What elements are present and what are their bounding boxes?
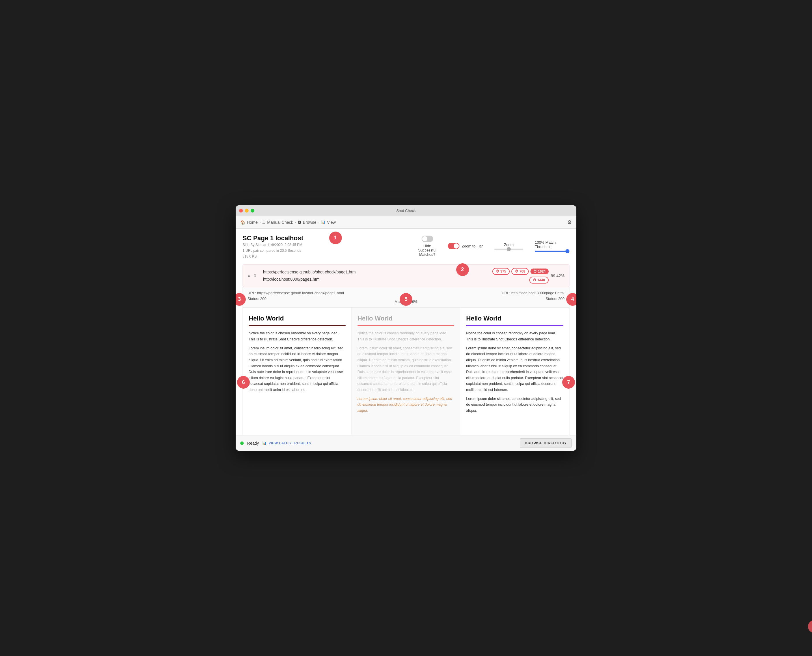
url-index: 0 — [254, 274, 260, 278]
view-latest-button[interactable]: 📊 VIEW LATEST RESULTS — [262, 441, 311, 445]
right-heading: Hello World — [466, 315, 563, 322]
url-collapse-toggle[interactable]: ∧ — [247, 274, 251, 278]
compare-left-url: URL: https://perfectsense.github.io/shot… — [247, 291, 344, 295]
breadcrumb-view[interactable]: 📊 View — [321, 220, 336, 224]
breadcrumb: 🏠 Home › ☰ Manual Check › 🖼 Browse › 📊 V… — [236, 216, 576, 229]
annotation-4: 4 — [566, 293, 576, 306]
manual-check-link[interactable]: Manual Check — [267, 220, 293, 224]
left-notice: Notice the color is chosen randomly on e… — [249, 330, 346, 342]
page-title: SC Page 1 localhost — [243, 234, 303, 242]
settings-button[interactable]: ⚙ — [567, 219, 572, 226]
breadcrumb-browse[interactable]: 🖼 Browse — [298, 220, 317, 224]
left-heading: Hello World — [249, 315, 346, 322]
minimize-button[interactable] — [245, 209, 249, 212]
breadcrumb-home[interactable]: 🏠 Home — [240, 220, 258, 224]
home-icon: 🏠 — [240, 220, 245, 224]
sep2: › — [295, 220, 296, 224]
compare-col-left: 6 Hello World Notice the color is chosen… — [243, 308, 352, 435]
compare-images: 6 Hello World Notice the color is chosen… — [243, 308, 569, 435]
mid-body: Notice the color is chosen randomly on e… — [357, 330, 455, 413]
badge-375[interactable]: ⏱ 375 — [492, 268, 510, 275]
badge-1024-icon: ⏱ — [534, 269, 537, 274]
hide-matches-toggle[interactable] — [422, 235, 433, 242]
window-title: Shot Check — [396, 209, 416, 213]
threshold-slider[interactable] — [535, 251, 569, 252]
left-lorem1: Lorem ipsum dolor sit amet, consectetur … — [249, 345, 346, 393]
badge-768-icon: ⏱ — [515, 269, 518, 274]
badge-375-icon: ⏱ — [496, 269, 499, 274]
annotation-1: 1 — [329, 232, 342, 244]
zoom-fit-group: Zoom to Fit? — [448, 243, 483, 249]
compare-col-middle: Hello World Notice the color is chosen r… — [352, 308, 461, 435]
url-link-2[interactable]: http://localhost:8000/page1.html — [263, 276, 470, 283]
url-badges: ⏱ 375 ⏱ 768 ⏱ 1024 ⏱ 1440 — [473, 268, 549, 283]
compare-right-url: URL: http://localhost:8000/page1.html — [501, 291, 565, 295]
breadcrumb-manual-check[interactable]: ☰ Manual Check — [262, 220, 293, 224]
mid-divider — [357, 325, 455, 326]
compare-right-status: Status: 200 — [546, 297, 565, 301]
mid-notice: Notice the color is chosen randomly on e… — [357, 330, 455, 342]
url-link-1[interactable]: https://perfectsense.github.io/shot-chec… — [263, 269, 470, 276]
badge-1440[interactable]: ⏱ 1440 — [529, 277, 549, 283]
zoom-fit-label: Zoom to Fit? — [462, 244, 483, 248]
window-controls — [239, 209, 254, 212]
badge-375-label: 375 — [500, 269, 506, 274]
view-icon: 📊 — [321, 220, 325, 224]
annotation-3: 3 — [236, 293, 246, 306]
zoom-group: Zoom — [494, 243, 523, 250]
annotation-6: 6 — [237, 376, 250, 388]
home-link[interactable]: Home — [247, 220, 258, 224]
compare-center-info: 5 Match: 98.9% — [353, 290, 459, 305]
right-lorem1: Lorem ipsum dolor sit amet, consectetur … — [466, 345, 563, 393]
match-percent: 99.42% — [551, 274, 565, 278]
maximize-button[interactable] — [251, 209, 254, 212]
meta-line1: Side By Side at 11/9/2020, 2:08:45 PM — [243, 243, 302, 247]
badge-1440-label: 1440 — [537, 278, 545, 282]
badges-section: 2 ⏱ 375 ⏱ 768 ⏱ 1024 ⏱ — [473, 268, 565, 283]
view-latest-label: VIEW LATEST RESULTS — [269, 441, 311, 445]
annotation-7: 7 — [562, 376, 575, 388]
compare-left-status: Status: 200 — [247, 297, 266, 301]
mid-heading: Hello World — [357, 315, 455, 322]
badge-1024-label: 1024 — [538, 269, 546, 274]
browse-icon: 🖼 — [298, 220, 301, 224]
ready-label: Ready — [247, 441, 259, 446]
mid-highlight: Lorem ipsum dolor sit amet, consectetur … — [357, 396, 455, 414]
meta-line3: 818.6 KB — [243, 254, 257, 258]
view-link[interactable]: View — [327, 220, 336, 224]
list-icon: ☰ — [262, 220, 265, 224]
main-content: SC Page 1 localhost Side By Side at 11/9… — [236, 229, 576, 435]
hide-matches-label: HideSuccessfulMatches? — [418, 244, 436, 257]
ready-indicator — [240, 441, 244, 445]
compare-header-right: 4 URL: http://localhost:8000/page1.html … — [459, 290, 565, 305]
sep3: › — [318, 220, 319, 224]
compare-header: 3 URL: https://perfectsense.github.io/sh… — [243, 287, 569, 308]
view-latest-icon: 📊 — [262, 441, 267, 445]
badge-768-label: 768 — [520, 269, 525, 274]
mid-lorem1: Lorem ipsum dolor sit amet, consectetur … — [357, 345, 455, 393]
right-notice: Notice the color is chosen randomly on e… — [466, 330, 563, 342]
left-body: Notice the color is chosen randomly on e… — [249, 330, 346, 393]
badge-1440-icon: ⏱ — [533, 278, 536, 282]
controls-section: HideSuccessfulMatches? Zoom to Fit? Zoom… — [418, 235, 569, 257]
zoom-label: Zoom — [504, 243, 513, 247]
zoom-slider[interactable] — [494, 249, 523, 250]
browse-directory-button[interactable]: BROWSE DIRECTORY — [520, 438, 572, 448]
close-button[interactable] — [239, 209, 243, 212]
zoom-fit-toggle[interactable] — [448, 243, 459, 249]
compare-col-right: 7 Hello World Notice the color is chosen… — [460, 308, 569, 435]
threshold-label: 100% MatchThreshold — [535, 240, 555, 249]
compare-match-label: Match: 98.9% — [353, 299, 459, 305]
right-divider — [466, 325, 563, 326]
meta-line2: 1 URL pair compared in 20.5 Seconds — [243, 249, 301, 253]
hide-matches-group: HideSuccessfulMatches? — [418, 235, 436, 257]
compare-section: 3 URL: https://perfectsense.github.io/sh… — [243, 287, 569, 435]
right-body: Notice the color is chosen randomly on e… — [466, 330, 563, 413]
header-section: SC Page 1 localhost Side By Side at 11/9… — [243, 234, 569, 260]
titlebar: Shot Check — [236, 205, 576, 216]
page-info: SC Page 1 localhost Side By Side at 11/9… — [243, 234, 303, 260]
browse-link[interactable]: Browse — [303, 220, 317, 224]
badge-1024[interactable]: ⏱ 1024 — [531, 269, 549, 274]
sep1: › — [259, 220, 260, 224]
badge-768[interactable]: ⏱ 768 — [511, 268, 529, 275]
